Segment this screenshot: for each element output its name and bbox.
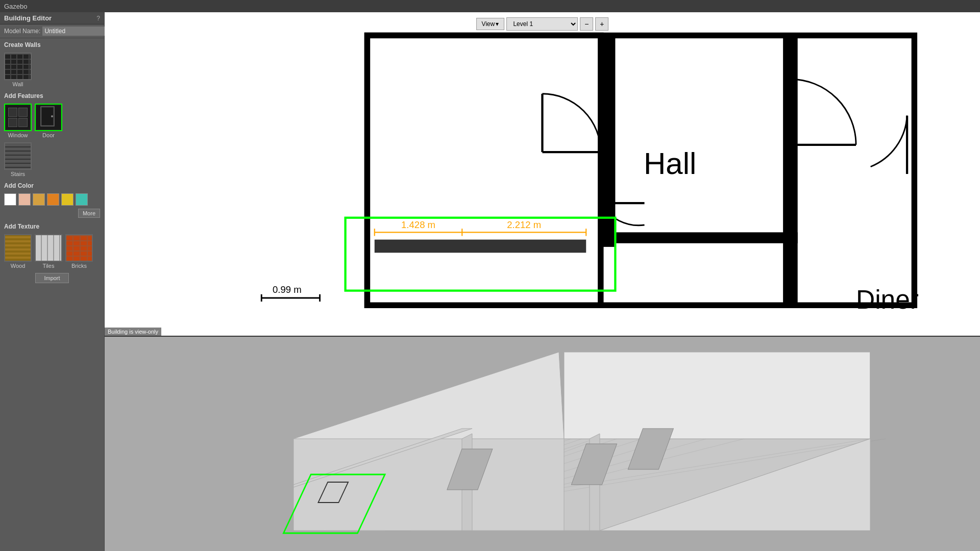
- view-arrow-icon: ▾: [496, 20, 499, 28]
- door-tile-img: [35, 104, 62, 131]
- svg-marker-40: [293, 439, 564, 531]
- dim2-label: 2.212 m: [507, 219, 541, 230]
- svg-rect-7: [601, 232, 798, 243]
- door-icon: [37, 106, 60, 129]
- window-pane-2: [18, 108, 28, 117]
- window-tile-img: [4, 104, 32, 131]
- more-colors-button[interactable]: More: [78, 209, 100, 218]
- wood-tile-img: [4, 234, 32, 262]
- main-layout: Building Editor ? Model Name: Create Wal…: [0, 12, 980, 551]
- color-swatch-teal[interactable]: [76, 193, 88, 206]
- scale-label: 0.99 m: [273, 284, 302, 295]
- stairs-section: Stairs: [0, 140, 104, 179]
- svg-rect-5: [601, 35, 616, 246]
- color-swatch-skin[interactable]: [18, 193, 31, 206]
- window-tile[interactable]: Window: [4, 104, 32, 138]
- view-button[interactable]: View ▾: [476, 18, 505, 30]
- titlebar: Gazebo: [0, 0, 980, 12]
- window-pane-4: [18, 118, 28, 127]
- svg-rect-6: [783, 35, 798, 305]
- help-button[interactable]: ?: [96, 15, 100, 22]
- color-swatch-orange[interactable]: [47, 193, 59, 206]
- 3d-view: [105, 337, 980, 551]
- bricks-label: Bricks: [71, 263, 87, 269]
- floorplan-view: View ▾ Level 1 − +: [105, 12, 980, 337]
- svg-point-2: [51, 115, 53, 117]
- stairs-tile[interactable]: Stairs: [4, 142, 32, 177]
- floorplan-svg: Hall Diner: [105, 12, 980, 336]
- bricks-tile-img: [65, 234, 93, 262]
- svg-rect-4: [368, 35, 601, 305]
- tiles-tile[interactable]: Tiles: [35, 234, 62, 269]
- door-label: Door: [42, 132, 55, 138]
- sidebar-header: Building Editor ?: [0, 12, 104, 24]
- wall-tile-img: [4, 53, 32, 80]
- wood-texture-img: [5, 235, 31, 261]
- create-walls-title: Create Walls: [0, 38, 104, 51]
- 3d-svg: [105, 337, 980, 551]
- color-swatch-white[interactable]: [4, 193, 16, 206]
- zoom-in-button[interactable]: +: [595, 17, 608, 31]
- add-features-section: Window Door: [0, 102, 104, 140]
- wood-tile[interactable]: Wood: [4, 234, 32, 269]
- top-toolbar: View ▾ Level 1 − +: [476, 17, 609, 31]
- wall-label: Wall: [13, 81, 23, 87]
- window-icon: [6, 106, 30, 129]
- stairs-label: Stairs: [11, 171, 25, 177]
- dim1-label: 1.428 m: [401, 219, 435, 230]
- zoom-out-button[interactable]: −: [580, 17, 593, 31]
- wall-tile[interactable]: Wall: [4, 53, 32, 87]
- sidebar-title: Building Editor: [4, 14, 52, 22]
- texture-section: Wood Tiles Bricks: [0, 232, 104, 271]
- app-title: Gazebo: [4, 3, 28, 10]
- door-tile[interactable]: Door: [35, 104, 62, 138]
- stairs-tile-img: [4, 142, 32, 170]
- view-only-text: Building is view-only: [108, 329, 158, 335]
- window-pane-1: [8, 108, 17, 117]
- content-area: View ▾ Level 1 − +: [105, 12, 980, 551]
- view-label: View: [482, 20, 495, 28]
- view-only-banner: Building is view-only: [105, 328, 161, 336]
- wall-texture-img: [5, 54, 31, 79]
- bricks-texture-img: [66, 235, 92, 261]
- level-select[interactable]: Level 1: [506, 17, 578, 31]
- tiles-tile-img: [35, 234, 62, 262]
- bricks-tile[interactable]: Bricks: [65, 234, 93, 269]
- import-button[interactable]: Import: [35, 273, 68, 283]
- hall-label: Hall: [644, 146, 696, 181]
- window-pane-3: [8, 118, 17, 127]
- wood-label: Wood: [11, 263, 26, 269]
- tiles-texture-img: [36, 235, 61, 261]
- add-features-title: Add Features: [0, 89, 104, 102]
- sidebar: Building Editor ? Model Name: Create Wal…: [0, 12, 105, 551]
- door-svg: [39, 106, 58, 127]
- color-swatch-yellow[interactable]: [61, 193, 74, 206]
- stairs-texture-img: [5, 143, 31, 169]
- add-color-title: Add Color: [0, 179, 104, 191]
- color-swatch-tan[interactable]: [33, 193, 45, 206]
- add-texture-title: Add Texture: [0, 220, 104, 232]
- svg-marker-41: [564, 352, 870, 439]
- window-label: Window: [8, 132, 28, 138]
- create-walls-section: Wall: [0, 51, 104, 89]
- color-swatches: [0, 191, 104, 208]
- tiles-label: Tiles: [43, 263, 55, 269]
- svg-rect-15: [375, 240, 586, 253]
- model-name-row: Model Name:: [0, 24, 104, 38]
- model-name-label: Model Name:: [4, 28, 40, 35]
- diner-label: Diner: [856, 285, 919, 314]
